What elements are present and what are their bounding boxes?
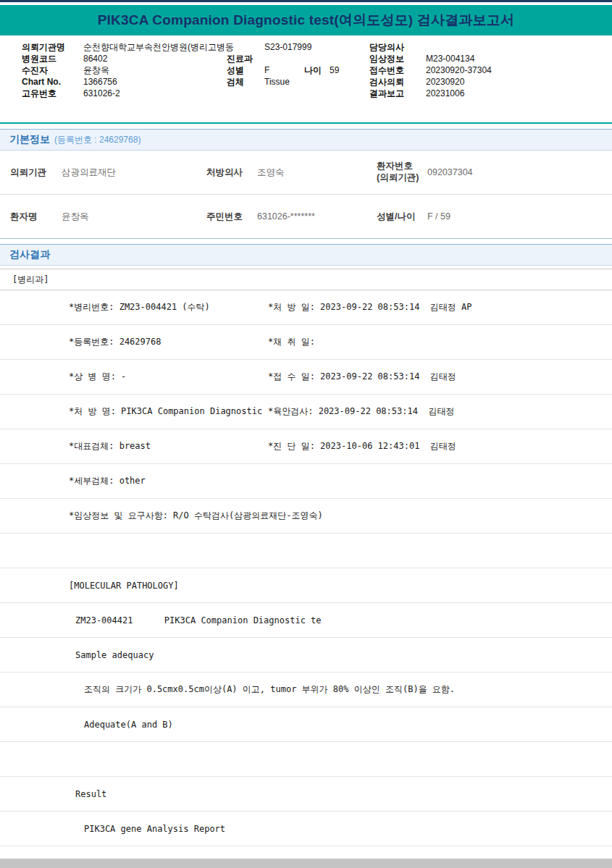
basic-info-section-header: 기본정보 (등록번호 : 24629768) bbox=[0, 129, 612, 151]
diagnosis-date-field: *진 단 일: 2023-10-06 12:43:01 김태정 bbox=[268, 440, 456, 452]
hospital-code-value: 86402 bbox=[83, 54, 107, 64]
report-title-banner: PIK3CA Companion Diagnostic test(여의도성모) … bbox=[0, 5, 612, 35]
clinical-request-field: *임상정보 및 요구사항: R/O 수탁검사(삼광의료재단-조영숙) bbox=[69, 510, 323, 522]
specimen-value: Tissue bbox=[264, 77, 290, 87]
report-line-row: 조직의 크기가 0.5cmx0.5cm이상(A) 이고, tumor 부위가 8… bbox=[0, 673, 612, 707]
report-line-row: Adequate(A and B) bbox=[0, 707, 612, 742]
sub-specimen-field: *세부검체: other bbox=[69, 475, 146, 487]
specimen-label: 검체 bbox=[227, 77, 244, 87]
department-name: [병리과] bbox=[12, 274, 49, 286]
attending-doctor-label: 담당의사 bbox=[369, 42, 404, 52]
resident-number-label: 주민번호 bbox=[206, 211, 257, 223]
top-navy-rule bbox=[0, 0, 612, 2]
result-detail-row: *등록번호: 24629768 *채 취 일: bbox=[0, 325, 612, 360]
report-date-value: 20231006 bbox=[426, 88, 464, 98]
patient-name-value: 윤창옥 bbox=[62, 211, 206, 223]
diagnosis-name-field: *상 병 명: - bbox=[69, 371, 266, 383]
report-line-row: Result bbox=[0, 777, 612, 812]
adequacy-result-line: Adequate(A and B) bbox=[84, 720, 173, 730]
registration-no-field: *등록번호: 24629768 bbox=[69, 336, 266, 348]
patient-label: 수진자 bbox=[22, 65, 48, 75]
basic-info-row-1: 의뢰기관 삼광의료재단 처방의사 조영숙 환자번호 (의뢰기관) 0920373… bbox=[0, 151, 612, 195]
sex-value: F bbox=[264, 65, 269, 75]
report-line-row: [MOLECULAR PATHOLOGY] bbox=[0, 568, 612, 603]
result-heading: Result bbox=[75, 789, 106, 799]
patient-number-label: 환자번호 (의뢰기관) bbox=[377, 161, 427, 183]
patient-name-label: 환자명 bbox=[10, 211, 62, 223]
section-divider-rule bbox=[0, 122, 612, 124]
unique-number-label: 고유번호 bbox=[22, 88, 56, 98]
report-line-row: ZM23-004421 PIK3CA Companion Diagnostic … bbox=[0, 603, 612, 638]
clinical-info-value: M23-004134 bbox=[426, 54, 474, 64]
report-header-info: 의뢰기관명 순천향대학교부속천안병원(병리고병동 S23-017999 담당의사… bbox=[0, 41, 612, 102]
basic-info-title: 기본정보 bbox=[9, 133, 50, 146]
basic-info-registration-number: (등록번호 : 24629768) bbox=[54, 134, 141, 146]
age-value: 59 bbox=[330, 65, 339, 75]
report-date-label: 결과보고 bbox=[369, 88, 404, 98]
sex-age-label: 성별/나이 bbox=[377, 211, 427, 223]
report-line-row bbox=[0, 534, 612, 568]
request-date-value: 20230920 bbox=[426, 77, 464, 87]
result-detail-row: *상 병 명: - *접 수 일: 2023-09-22 08:53:14 김태… bbox=[0, 360, 612, 395]
report-line-row: PIK3CA gene Analysis Report bbox=[0, 812, 612, 846]
age-label: 나이 bbox=[304, 65, 322, 75]
unique-number-value: 631026-2 bbox=[83, 88, 120, 98]
department-label: 진료과 bbox=[227, 54, 253, 64]
pathology-no-field: *병리번호: ZM23-004421 (수탁) bbox=[69, 301, 266, 313]
patient-number-label-line2: (의뢰기관) bbox=[377, 172, 427, 184]
referral-org-value: 삼광의료재단 bbox=[62, 167, 206, 179]
main-specimen-field: *대표검체: breast bbox=[69, 440, 266, 452]
order-date-field: *처 방 일: 2023-09-22 08:53:14 김태정 AP bbox=[268, 301, 472, 313]
bottom-gray-band bbox=[0, 859, 612, 868]
results-section-header: 검사결과 bbox=[0, 244, 612, 266]
collection-date-field: *채 취 일: bbox=[268, 336, 315, 348]
result-detail-row: *대표검체: breast *진 단 일: 2023-10-06 12:43:0… bbox=[0, 429, 612, 464]
request-date-label: 검사의뢰 bbox=[369, 77, 404, 87]
result-detail-row: *병리번호: ZM23-004421 (수탁) *처 방 일: 2023-09-… bbox=[0, 290, 612, 325]
order-name-field: *처 방 명: PIK3CA Companion Diagnostic test… bbox=[69, 405, 266, 418]
receipt-number-label: 접수번호 bbox=[369, 65, 404, 75]
receipt-date-field: *접 수 일: 2023-09-22 08:53:14 김태정 bbox=[268, 371, 456, 383]
resident-number-value: 631026-******* bbox=[257, 211, 377, 222]
requesting-org-label: 의뢰기관명 bbox=[22, 42, 65, 52]
gross-exam-field: *육안검사: 2023-09-22 08:53:14 김태정 bbox=[268, 405, 454, 418]
requesting-org-value: 순천향대학교부속천안병원(병리고병동 bbox=[83, 42, 234, 52]
page-title: PIK3CA Companion Diagnostic test(여의도성모) … bbox=[98, 11, 515, 30]
patient-number-value: 092037304 bbox=[427, 167, 612, 177]
chart-number-label: Chart No. bbox=[22, 77, 61, 87]
clinical-info-label: 임상정보 bbox=[369, 54, 404, 64]
adequacy-criteria-line: 조직의 크기가 0.5cmx0.5cm이상(A) 이고, tumor 부위가 8… bbox=[84, 683, 455, 696]
molecular-pathology-heading: [MOLECULAR PATHOLOGY] bbox=[69, 581, 179, 591]
result-detail-row: *임상정보 및 요구사항: R/O 수탁검사(삼광의료재단-조영숙) bbox=[0, 499, 612, 534]
department-row: [병리과] bbox=[0, 269, 612, 290]
pathology-number: S23-017999 bbox=[264, 42, 311, 52]
report-page: PIK3CA Companion Diagnostic test(여의도성모) … bbox=[0, 0, 612, 868]
hospital-code-label: 병원코드 bbox=[22, 54, 56, 64]
referral-org-label: 의뢰기관 bbox=[10, 167, 62, 179]
analysis-report-heading: PIK3CA gene Analysis Report bbox=[84, 824, 225, 834]
report-line-row bbox=[0, 742, 612, 777]
patient-name: 윤창옥 bbox=[83, 65, 109, 75]
prescribing-doctor-value: 조영숙 bbox=[257, 167, 377, 179]
report-line-row: Sample adequacy bbox=[0, 638, 612, 673]
result-detail-row: *처 방 명: PIK3CA Companion Diagnostic test… bbox=[0, 395, 612, 429]
sex-label: 성별 bbox=[227, 65, 244, 75]
basic-info-row-2: 환자명 윤창옥 주민번호 631026-******* 성별/나이 F / 59 bbox=[0, 195, 612, 239]
sample-adequacy-heading: Sample adequacy bbox=[75, 650, 154, 660]
results-title: 검사결과 bbox=[9, 248, 50, 261]
result-detail-row: *세부검체: other bbox=[0, 464, 612, 499]
receipt-number-value: 20230920-37304 bbox=[426, 65, 492, 75]
prescribing-doctor-label: 처방의사 bbox=[206, 167, 257, 179]
specimen-id-line: ZM23-004421 PIK3CA Companion Diagnostic … bbox=[75, 615, 322, 625]
patient-number-label-line1: 환자번호 bbox=[377, 161, 427, 172]
chart-number-value: 1366756 bbox=[83, 77, 117, 87]
sex-age-value: F / 59 bbox=[427, 211, 612, 222]
